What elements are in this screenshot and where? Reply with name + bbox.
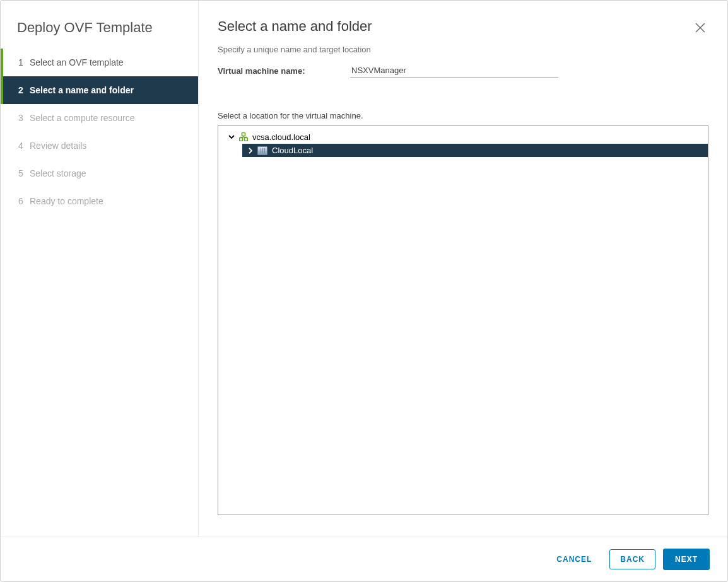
step-select-ovf-template[interactable]: 1 Select an OVF template	[1, 49, 198, 76]
step-number: 1	[18, 57, 30, 67]
vm-name-input[interactable]	[350, 63, 558, 78]
step-number: 3	[18, 113, 30, 123]
back-button[interactable]: BACK	[609, 549, 655, 569]
wizard-title: Deploy OVF Template	[1, 1, 198, 49]
wizard-steps: 1 Select an OVF template 2 Select a name…	[1, 49, 198, 215]
page-title: Select a name and folder	[218, 18, 372, 35]
step-number: 2	[18, 85, 30, 95]
vcenter-icon	[238, 132, 249, 142]
location-tree-panel[interactable]: vcsa.cloud.local CloudLocal	[218, 125, 708, 515]
svg-rect-1	[240, 138, 243, 141]
step-label: Ready to complete	[30, 196, 103, 206]
svg-rect-0	[242, 133, 245, 136]
tree-node-datacenter[interactable]: CloudLocal	[242, 144, 708, 157]
page-subtitle: Specify a unique name and target locatio…	[218, 45, 708, 54]
tree-node-label: CloudLocal	[272, 146, 313, 155]
vm-name-row: Virtual machine name:	[218, 63, 708, 78]
step-select-name-folder[interactable]: 2 Select a name and folder	[1, 76, 198, 104]
step-number: 6	[18, 196, 30, 206]
cancel-button[interactable]: CANCEL	[546, 549, 602, 569]
step-label: Review details	[30, 141, 86, 151]
location-tree: vcsa.cloud.local CloudLocal	[218, 126, 708, 161]
dialog-body: Deploy OVF Template 1 Select an OVF temp…	[1, 1, 727, 537]
chevron-down-icon[interactable]	[227, 132, 236, 141]
tree-node-label: vcsa.cloud.local	[252, 132, 310, 142]
vm-name-label: Virtual machine name:	[218, 66, 350, 76]
step-number: 5	[18, 168, 30, 178]
step-review-details: 4 Review details	[1, 132, 198, 160]
step-label: Select a compute resource	[30, 113, 135, 123]
location-label: Select a location for the virtual machin…	[218, 111, 708, 120]
datacenter-icon	[257, 146, 267, 155]
svg-rect-2	[245, 138, 248, 141]
step-label: Select storage	[30, 168, 86, 178]
close-icon	[695, 22, 706, 33]
wizard-footer: CANCEL BACK NEXT	[1, 537, 727, 581]
step-label: Select a name and folder	[30, 85, 134, 95]
deploy-ovf-dialog: Deploy OVF Template 1 Select an OVF temp…	[0, 0, 728, 582]
wizard-sidebar: Deploy OVF Template 1 Select an OVF temp…	[1, 1, 199, 537]
next-button[interactable]: NEXT	[663, 549, 710, 570]
content-header: Select a name and folder	[218, 18, 708, 38]
tree-node-vcenter[interactable]: vcsa.cloud.local	[218, 130, 708, 144]
step-select-storage: 5 Select storage	[1, 160, 198, 187]
step-label: Select an OVF template	[30, 57, 124, 67]
chevron-right-icon[interactable]	[246, 146, 255, 155]
step-select-compute-resource: 3 Select a compute resource	[1, 104, 198, 132]
close-button[interactable]	[692, 20, 708, 38]
wizard-content: Select a name and folder Specify a uniqu…	[199, 1, 727, 537]
step-ready-to-complete: 6 Ready to complete	[1, 187, 198, 215]
step-number: 4	[18, 141, 30, 151]
